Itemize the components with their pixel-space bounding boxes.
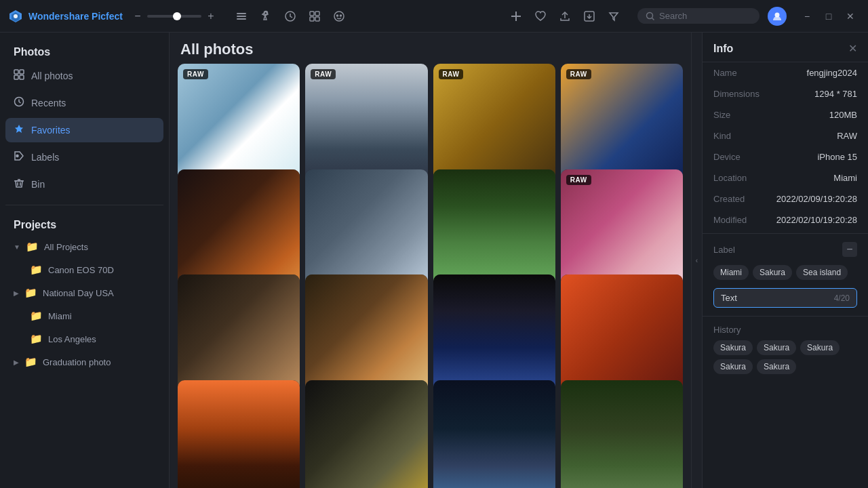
photo-card-7[interactable] (433, 169, 555, 291)
photo-card-11[interactable] (433, 274, 555, 396)
info-row-location: Location Miami (703, 167, 868, 188)
photo-card-1[interactable]: RAW♥ (178, 64, 300, 186)
photo-grid: RAW♥RAW♥RAW♥RAWRAW♥ (170, 64, 691, 488)
photo-card-6[interactable] (305, 169, 427, 291)
expand-icon-2: ▶ (14, 289, 19, 297)
maximize-button[interactable]: □ (819, 7, 838, 26)
text-input-box[interactable]: Text 4/20 (713, 288, 857, 308)
filter-icon[interactable] (604, 7, 623, 26)
history-tag-1[interactable]: Sakura (713, 340, 753, 355)
menu-icon[interactable] (232, 7, 251, 26)
svg-rect-8 (310, 12, 314, 16)
info-divider-1 (703, 233, 868, 234)
recents-icon (14, 96, 24, 110)
history-tag-4[interactable]: Sakura (713, 359, 753, 374)
info-row-device: Device iPhone 15 (703, 146, 868, 167)
svg-point-13 (337, 15, 338, 16)
clock-icon[interactable] (281, 7, 300, 26)
photos-section-title: Photos (5, 41, 163, 61)
project-item-all-projects[interactable]: ▼ 📁 All Projects (5, 237, 163, 257)
history-tag-5[interactable]: Sakura (757, 359, 796, 374)
kind-label: Kind (713, 131, 768, 141)
zoom-slider[interactable] (147, 15, 201, 18)
label-tag-sakura[interactable]: Sakura (753, 265, 792, 280)
sidebar-item-bin[interactable]: Bin (5, 172, 163, 197)
photo-card-5[interactable] (178, 169, 300, 291)
canon-folder-icon: 📁 (30, 264, 43, 276)
photo-card-15[interactable] (433, 380, 555, 489)
face-icon[interactable] (330, 7, 349, 26)
label-section: Label − (703, 237, 868, 265)
info-panel: Info ✕ Name fengjing2024 Dimensions 1294… (702, 33, 868, 488)
info-row-created: Created 2022/02/09/19:20:28 (703, 188, 868, 209)
history-tag-3[interactable]: Sakura (800, 340, 840, 355)
recents-label: Recents (31, 98, 66, 108)
name-label: Name (713, 68, 768, 78)
info-close-button[interactable]: ✕ (848, 42, 857, 55)
photo-background (178, 380, 300, 489)
photo-card-3[interactable]: RAW♥ (433, 64, 555, 186)
close-button[interactable]: ✕ (841, 7, 860, 26)
photo-card-14[interactable] (305, 380, 427, 489)
search-bar[interactable] (637, 8, 760, 24)
search-input[interactable] (659, 11, 747, 21)
photo-card-16[interactable] (561, 380, 683, 489)
project-item-national-day[interactable]: ▶ 📁 National Day USA (5, 283, 163, 303)
label-tags: Miami Sakura Sea island (703, 265, 868, 285)
add-icon[interactable] (507, 7, 526, 26)
svg-point-6 (264, 11, 268, 14)
photo-card-12[interactable]: ♥ (561, 274, 683, 396)
all-projects-label: All Projects (44, 242, 88, 252)
svg-rect-4 (237, 16, 246, 17)
text-input-row: Text 4/20 (703, 285, 868, 313)
window-controls: − □ ✕ (797, 7, 860, 26)
zoom-thumb (173, 12, 181, 20)
photo-card-4[interactable]: RAW (561, 64, 683, 186)
photo-card-10[interactable] (305, 274, 427, 396)
photo-grid-header: All photos (170, 33, 691, 64)
graduation-folder-icon: 📁 (24, 356, 37, 368)
zoom-plus-button[interactable]: + (204, 10, 218, 22)
sidebar-item-recents[interactable]: Recents (5, 91, 163, 115)
size-value: 120MB (829, 110, 857, 120)
photo-card-9[interactable] (178, 274, 300, 396)
label-minus-button[interactable]: − (842, 242, 857, 257)
all-photos-label: All photos (31, 70, 73, 81)
titlebar: Wondershare Picfect − + (0, 0, 868, 33)
project-item-canon[interactable]: 📁 Canon EOS 70D (5, 260, 163, 280)
svg-point-12 (334, 12, 344, 21)
avatar[interactable] (768, 7, 787, 26)
heart-icon[interactable] (531, 7, 550, 26)
labels-label: Labels (31, 152, 59, 163)
sidebar-item-favorites[interactable]: Favorites (5, 118, 163, 142)
project-item-graduation[interactable]: ▶ 📁 Graduation photo (5, 352, 163, 372)
minimize-button[interactable]: − (797, 7, 816, 26)
expand-icon: ▼ (14, 243, 20, 251)
photo-card-8[interactable]: RAW (561, 169, 683, 291)
photo-background (305, 380, 427, 489)
sidebar-item-all-photos[interactable]: All photos (5, 64, 163, 88)
device-label: Device (713, 152, 768, 162)
photo-card-13[interactable] (178, 380, 300, 489)
project-item-los-angeles[interactable]: 📁 Los Angeles (5, 329, 163, 349)
collapse-handle[interactable]: ‹ (691, 33, 702, 488)
photo-background (305, 274, 427, 396)
history-tag-2[interactable]: Sakura (757, 340, 796, 355)
svg-point-18 (647, 12, 653, 18)
zoom-minus-button[interactable]: − (131, 10, 144, 22)
project-item-miami[interactable]: 📁 Miami (5, 306, 163, 326)
photo-background (305, 64, 427, 186)
toolbar-right-icons (500, 7, 629, 26)
share-icon[interactable] (555, 7, 574, 26)
projects-title: Projects (14, 219, 56, 231)
grid-icon[interactable] (305, 7, 324, 26)
label-tag-miami[interactable]: Miami (713, 265, 749, 280)
favorites-icon (14, 123, 24, 137)
svg-rect-5 (237, 18, 246, 20)
sidebar-item-labels[interactable]: Labels (5, 145, 163, 169)
photo-card-2[interactable]: RAW♥ (305, 64, 427, 186)
stamp-icon[interactable] (256, 7, 275, 26)
info-row-dimensions: Dimensions 1294 * 781 (703, 83, 868, 104)
label-tag-sea-island[interactable]: Sea island (796, 265, 848, 280)
export-icon[interactable] (580, 7, 599, 26)
